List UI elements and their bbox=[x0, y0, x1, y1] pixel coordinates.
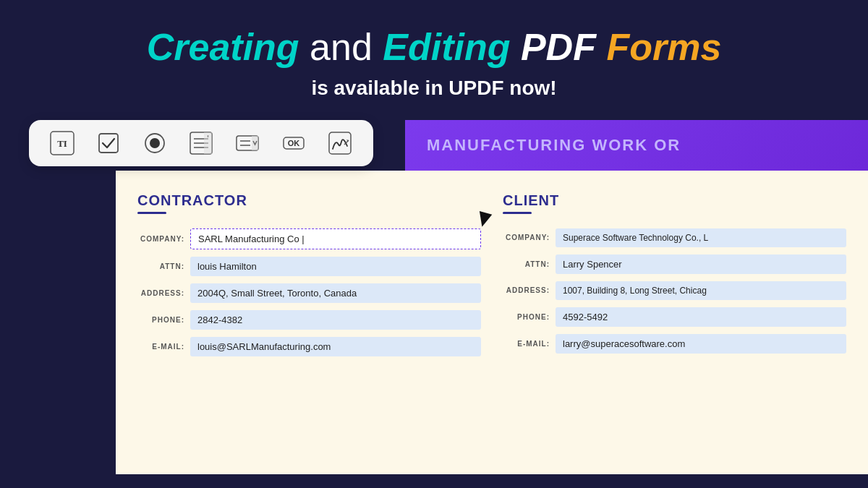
text-field-tool[interactable]: TI bbox=[46, 127, 78, 159]
client-title: CLIENT bbox=[503, 192, 846, 209]
contractor-phone-row: PHONE: bbox=[137, 310, 481, 330]
content-area: MANUFACTURING WORK OR CONTRACTOR COMPANY… bbox=[0, 120, 868, 474]
header: Creating and Editing PDF Forms is availa… bbox=[0, 0, 868, 120]
svg-rect-14 bbox=[252, 136, 258, 150]
contractor-company-input[interactable] bbox=[190, 228, 481, 249]
svg-text:OK: OK bbox=[288, 138, 300, 147]
client-address-input[interactable] bbox=[556, 281, 846, 300]
combobox-tool[interactable] bbox=[231, 127, 263, 159]
attn-label: ATTN: bbox=[137, 262, 184, 270]
client-address-row: ADDRESS: bbox=[503, 281, 846, 300]
contractor-attn-input[interactable] bbox=[190, 257, 481, 276]
address-label: ADDRESS: bbox=[137, 289, 184, 297]
listbox-tool[interactable] bbox=[185, 127, 217, 159]
push-button-tool[interactable]: OK bbox=[278, 127, 310, 159]
contractor-phone-input[interactable] bbox=[190, 310, 481, 330]
form-document: CONTRACTOR COMPANY: ATTN: ADDRESS: PHONE… bbox=[116, 171, 868, 474]
header-subtitle: is available in UPDF now! bbox=[14, 77, 854, 100]
contractor-address-input[interactable] bbox=[190, 283, 481, 303]
client-phone-label: PHONE: bbox=[503, 313, 550, 321]
word-forms: Forms bbox=[606, 26, 721, 68]
document-wrapper: MANUFACTURING WORK OR CONTRACTOR COMPANY… bbox=[0, 120, 868, 474]
client-phone-row: PHONE: bbox=[503, 307, 846, 327]
svg-rect-2 bbox=[99, 134, 118, 153]
checkbox-tool[interactable] bbox=[93, 127, 124, 159]
contractor-company-row: COMPANY: bbox=[137, 228, 481, 249]
svg-rect-17 bbox=[329, 132, 351, 154]
word-pdf: PDF bbox=[510, 26, 606, 68]
word-and: and bbox=[299, 26, 383, 68]
toolbar: TI bbox=[29, 120, 373, 166]
contractor-section: CONTRACTOR COMPANY: ATTN: ADDRESS: PHONE… bbox=[137, 192, 495, 460]
word-editing: Editing bbox=[383, 26, 510, 68]
toolbar-container: TI bbox=[29, 120, 373, 166]
client-attn-row: ATTN: bbox=[503, 254, 846, 274]
client-attn-label: ATTN: bbox=[503, 260, 550, 268]
client-email-row: E-MAIL: bbox=[503, 334, 846, 354]
phone-label: PHONE: bbox=[137, 316, 184, 324]
contractor-email-row: E-MAIL: bbox=[137, 337, 481, 356]
client-company-input[interactable] bbox=[556, 228, 846, 247]
doc-header-bar: MANUFACTURING WORK OR bbox=[405, 120, 868, 171]
contractor-address-row: ADDRESS: bbox=[137, 283, 481, 303]
contractor-underline bbox=[137, 212, 166, 214]
client-company-row: COMPANY: bbox=[503, 228, 846, 247]
client-email-input[interactable] bbox=[556, 334, 846, 354]
doc-header-title: MANUFACTURING WORK OR bbox=[427, 136, 681, 155]
email-label: E-MAIL: bbox=[137, 343, 184, 351]
svg-point-4 bbox=[150, 138, 160, 148]
client-underline bbox=[503, 212, 532, 214]
signature-tool[interactable] bbox=[324, 127, 356, 159]
word-creating: Creating bbox=[147, 26, 299, 68]
client-address-label: ADDRESS: bbox=[503, 286, 550, 294]
client-section: CLIENT COMPANY: ATTN: ADDRESS: PHONE: bbox=[495, 192, 846, 460]
client-attn-input[interactable] bbox=[556, 254, 846, 274]
company-label: COMPANY: bbox=[137, 235, 184, 243]
client-email-label: E-MAIL: bbox=[503, 340, 550, 348]
svg-text:TI: TI bbox=[57, 138, 67, 149]
contractor-title: CONTRACTOR bbox=[137, 192, 481, 209]
client-company-label: COMPANY: bbox=[503, 234, 550, 241]
contractor-attn-row: ATTN: bbox=[137, 257, 481, 276]
contractor-email-input[interactable] bbox=[190, 337, 481, 356]
radio-tool[interactable] bbox=[139, 127, 171, 159]
header-title: Creating and Editing PDF Forms bbox=[14, 26, 854, 69]
client-phone-input[interactable] bbox=[556, 307, 846, 327]
